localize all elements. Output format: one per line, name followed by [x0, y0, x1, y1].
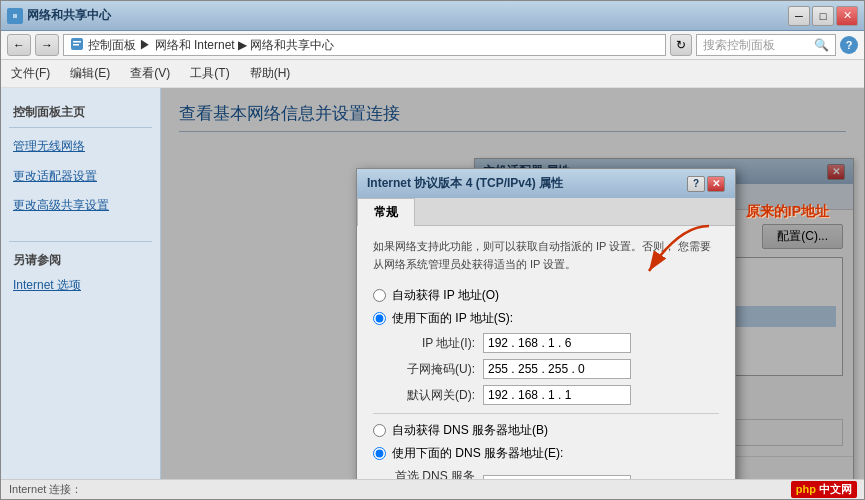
auto-ip-label: 自动获得 IP 地址(O) — [392, 287, 499, 304]
php-badge: php 中文网 — [791, 481, 857, 498]
subnet-label: 子网掩码(U): — [393, 361, 483, 378]
window-controls: ─ □ ✕ — [788, 6, 858, 26]
gateway-input[interactable] — [483, 385, 631, 405]
dialog-desc: 如果网络支持此功能，则可以获取自动指派的 IP 设置。否则， 您需要从网络系统管… — [373, 238, 719, 273]
search-icon: 🔍 — [814, 38, 829, 52]
php-badge-text: php — [796, 483, 816, 495]
sidebar-separator — [9, 127, 152, 128]
status-bar: Internet 连接： — [1, 479, 864, 499]
status-text: Internet 连接： — [9, 482, 82, 497]
manual-dns-label: 使用下面的 DNS 服务器地址(E): — [392, 445, 563, 462]
dialog-title: Internet 协议版本 4 (TCP/IPv4) 属性 ? ✕ — [357, 169, 735, 198]
menu-help[interactable]: 帮助(H) — [240, 62, 301, 85]
preferred-dns-label: 首选 DNS 服务器(P): — [393, 468, 483, 479]
main-content: 控制面板主页 管理无线网络 更改适配器设置 更改高级共享设置 另请参阅 Inte… — [1, 88, 864, 479]
auto-dns-label: 自动获得 DNS 服务器地址(B) — [392, 422, 548, 439]
manual-ip-row: 使用下面的 IP 地址(S): — [373, 310, 719, 327]
gateway-label: 默认网关(D): — [393, 387, 483, 404]
ip-address-label: IP 地址(I): — [393, 335, 483, 352]
search-box[interactable]: 搜索控制面板 🔍 — [696, 34, 836, 56]
address-icon — [70, 37, 84, 54]
sidebar-item-sharing[interactable]: 更改高级共享设置 — [1, 191, 160, 221]
sidebar-title: 控制面板主页 — [1, 98, 160, 123]
sidebar-item-wireless[interactable]: 管理无线网络 — [1, 132, 160, 162]
tcpip-dialog: Internet 协议版本 4 (TCP/IPv4) 属性 ? ✕ 常规 如果网… — [356, 168, 736, 479]
window-title: 网络和共享中心 — [27, 7, 788, 24]
menu-bar: 文件(F) 编辑(E) 查看(V) 工具(T) 帮助(H) — [1, 60, 864, 88]
ip-address-row: IP 地址(I): — [393, 333, 719, 353]
dialog-tabs: 常规 — [357, 198, 735, 226]
forward-button[interactable]: → — [35, 34, 59, 56]
close-button[interactable]: ✕ — [836, 6, 858, 26]
dialog-title-text: Internet 协议版本 4 (TCP/IPv4) 属性 — [367, 175, 563, 192]
preferred-dns-row: 首选 DNS 服务器(P): — [393, 468, 719, 479]
menu-tools[interactable]: 工具(T) — [180, 62, 239, 85]
dns-fields-group: 首选 DNS 服务器(P): 备用 DNS 服务器(A): — [393, 468, 719, 479]
menu-file[interactable]: 文件(F) — [1, 62, 60, 85]
refresh-button[interactable]: ↻ — [670, 34, 692, 56]
dialog-tab-general[interactable]: 常规 — [357, 198, 415, 226]
help-icon: ? — [840, 36, 858, 54]
back-button[interactable]: ← — [7, 34, 31, 56]
gateway-row: 默认网关(D): — [393, 385, 719, 405]
sidebar: 控制面板主页 管理无线网络 更改适配器设置 更改高级共享设置 另请参阅 Inte… — [1, 88, 161, 479]
manual-dns-radio[interactable] — [373, 447, 386, 460]
manual-ip-label: 使用下面的 IP 地址(S): — [392, 310, 513, 327]
maximize-button[interactable]: □ — [812, 6, 834, 26]
manual-dns-row: 使用下面的 DNS 服务器地址(E): — [373, 445, 719, 462]
auto-ip-radio[interactable] — [373, 289, 386, 302]
sidebar-item-adapter[interactable]: 更改适配器设置 — [1, 162, 160, 192]
sidebar-item-internet[interactable]: Internet 选项 — [1, 271, 160, 301]
ip-address-input[interactable] — [483, 333, 631, 353]
search-placeholder: 搜索控制面板 — [703, 37, 775, 54]
auto-dns-row: 自动获得 DNS 服务器地址(B) — [373, 422, 719, 439]
svg-rect-3 — [73, 44, 79, 46]
auto-dns-radio[interactable] — [373, 424, 386, 437]
sidebar-separator-2 — [9, 241, 152, 242]
dialog-title-controls: ? ✕ — [687, 176, 725, 192]
dialog-close-button[interactable]: ✕ — [707, 176, 725, 192]
menu-edit[interactable]: 编辑(E) — [60, 62, 120, 85]
main-window: 网络和共享中心 ─ □ ✕ ← → 控制面板 ▶ 网络和 Internet ▶ … — [0, 0, 865, 500]
content-area: 查看基本网络信息并设置连接 主机适配器 属性 ✕ 常规 Family Contr… — [161, 88, 864, 479]
subnet-row: 子网掩码(U): — [393, 359, 719, 379]
svg-rect-2 — [73, 41, 81, 43]
sidebar-also: 另请参阅 — [1, 246, 160, 271]
minimize-button[interactable]: ─ — [788, 6, 810, 26]
window-icon — [7, 8, 23, 24]
address-bar: ← → 控制面板 ▶ 网络和 Internet ▶ 网络和共享中心 ↻ 搜索控制… — [1, 31, 864, 60]
ip-fields-group: IP 地址(I): 子网掩码(U): 默认网关(D): — [393, 333, 719, 405]
preferred-dns-input[interactable] — [483, 475, 631, 479]
section-separator — [373, 413, 719, 414]
manual-ip-radio[interactable] — [373, 312, 386, 325]
address-text: 控制面板 ▶ 网络和 Internet ▶ 网络和共享中心 — [88, 37, 334, 54]
title-bar: 网络和共享中心 ─ □ ✕ — [1, 1, 864, 31]
dialog-help-button[interactable]: ? — [687, 176, 705, 192]
menu-view[interactable]: 查看(V) — [120, 62, 180, 85]
subnet-input[interactable] — [483, 359, 631, 379]
dialog-body: 如果网络支持此功能，则可以获取自动指派的 IP 设置。否则， 您需要从网络系统管… — [357, 226, 735, 479]
address-path[interactable]: 控制面板 ▶ 网络和 Internet ▶ 网络和共享中心 — [63, 34, 666, 56]
auto-ip-row: 自动获得 IP 地址(O) — [373, 287, 719, 304]
